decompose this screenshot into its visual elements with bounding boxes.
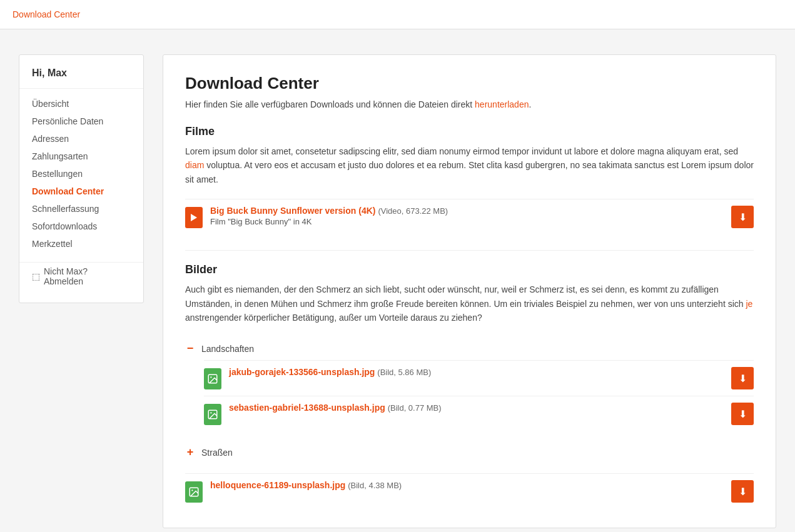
download-item-jakub: jakub-gorajek-133566-unsplash.jpg (Bild,…	[204, 360, 754, 396]
download-link-jakub[interactable]: jakub-gorajek-133566-unsplash.jpg	[229, 367, 377, 377]
sidebar-item-zahlungsarten[interactable]: Zahlungsarten	[19, 148, 143, 165]
sidebar: Hi, Max Übersicht Persönliche Daten Adre…	[19, 54, 144, 303]
section-divider	[185, 250, 754, 251]
download-item-left-jakub: jakub-gorajek-133566-unsplash.jpg (Bild,…	[204, 367, 431, 389]
svg-point-5	[191, 490, 193, 491]
sidebar-item-merkzettel[interactable]: Merkzettel	[19, 235, 143, 253]
sidebar-link-merkzettel[interactable]: Merkzettel	[32, 239, 73, 249]
download-item-info-jakub: jakub-gorajek-133566-unsplash.jpg (Bild,…	[229, 367, 431, 377]
desc-link-2[interactable]: je	[746, 299, 752, 309]
sidebar-nav: Übersicht Persönliche Daten Adressen Zah…	[19, 95, 143, 253]
download-item-left-sebastien: sebastien-gabriel-13688-unsplash.jpg (Bi…	[204, 403, 442, 425]
category-header-strassen[interactable]: + Straßen	[185, 441, 754, 464]
image-file-icon-jakub	[204, 368, 221, 389]
download-arrow-icon-helloquence: ⬇	[739, 486, 747, 498]
sidebar-item-download-center[interactable]: Download Center	[19, 183, 143, 200]
download-item-name-row-helloquence: helloquence-61189-unsplash.jpg (Bild, 4.…	[210, 480, 402, 490]
sidebar-item-uebersicht[interactable]: Übersicht	[19, 95, 143, 113]
logout-icon: ⬚	[32, 271, 40, 281]
section-title-filme: Filme	[185, 125, 754, 138]
svg-point-3	[210, 413, 211, 414]
category-landschaften: − Landschaften jakub-gorajek-133566-unsp…	[185, 337, 754, 431]
section-desc-filme: Lorem ipsum dolor sit amet, consetetur s…	[185, 144, 754, 186]
category-header-landschaften[interactable]: − Landschaften	[185, 337, 754, 360]
download-item-left: Big Buck Bunny Sunflower version (4K) (V…	[185, 206, 448, 228]
video-file-icon	[185, 207, 203, 228]
sidebar-logout-label: Nicht Max? Abmelden	[44, 266, 88, 286]
download-arrow-icon: ⬇	[739, 211, 747, 223]
sidebar-link-download-center[interactable]: Download Center	[32, 186, 104, 196]
image-file-icon-sebastien	[204, 404, 221, 425]
sidebar-greeting: Hi, Max	[19, 68, 143, 89]
section-desc-bilder: Auch gibt es niemanden, der den Schmerz …	[185, 283, 754, 324]
download-item-name-row-sebastien: sebastien-gabriel-13688-unsplash.jpg (Bi…	[229, 403, 442, 413]
sidebar-item-adressen[interactable]: Adressen	[19, 130, 143, 148]
download-item-sebastien: sebastien-gabriel-13688-unsplash.jpg (Bi…	[204, 396, 754, 431]
download-desc-bbb: Film "Big Buck Bunny" in 4K	[210, 217, 448, 226]
page-subtitle: Hier finden Sie alle verfügbaren Downloa…	[185, 99, 754, 109]
category-strassen: + Straßen	[185, 441, 754, 464]
sidebar-logout[interactable]: ⬚ Nicht Max? Abmelden	[19, 262, 143, 290]
download-item-info-sebastien: sebastien-gabriel-13688-unsplash.jpg (Bi…	[229, 403, 442, 413]
sidebar-item-sofortdownloads[interactable]: Sofortdownloads	[19, 218, 143, 235]
download-button-jakub[interactable]: ⬇	[731, 367, 754, 389]
sidebar-item-schnellerfassung[interactable]: Schnellerfassung	[19, 200, 143, 218]
download-arrow-icon-jakub: ⬇	[739, 373, 747, 384]
sidebar-item-persoenliche-daten[interactable]: Persönliche Daten	[19, 113, 143, 130]
category-toggle-strassen: +	[185, 446, 195, 459]
download-button-sebastien[interactable]: ⬇	[731, 403, 754, 425]
sidebar-link-zahlungsarten[interactable]: Zahlungsarten	[32, 151, 88, 161]
category-items-landschaften: jakub-gorajek-133566-unsplash.jpg (Bild,…	[185, 360, 754, 431]
download-meta-jakub: (Bild, 5.86 MB)	[377, 368, 431, 377]
download-meta-helloquence: (Bild, 4.38 MB)	[348, 481, 402, 490]
download-item-left-helloquence: helloquence-61189-unsplash.jpg (Bild, 4.…	[185, 480, 402, 503]
sidebar-link-schnellerfassung[interactable]: Schnellerfassung	[32, 204, 99, 214]
category-label-landschaften: Landschaften	[201, 344, 254, 354]
download-item-bbb: Big Buck Bunny Sunflower version (4K) (V…	[185, 199, 754, 234]
download-button-bbb[interactable]: ⬇	[731, 206, 754, 228]
download-link-sebastien[interactable]: sebastien-gabriel-13688-unsplash.jpg	[229, 403, 388, 413]
sidebar-link-persoenliche-daten[interactable]: Persönliche Daten	[32, 116, 103, 126]
sidebar-link-adressen[interactable]: Adressen	[32, 134, 69, 144]
sidebar-link-sofortdownloads[interactable]: Sofortdownloads	[32, 221, 97, 231]
page-title: Download Center	[185, 74, 754, 93]
subtitle-link[interactable]: herunterladen	[475, 99, 529, 109]
download-item-name-row-jakub: jakub-gorajek-133566-unsplash.jpg (Bild,…	[229, 367, 431, 377]
category-label-strassen: Straßen	[201, 448, 233, 458]
image-file-icon-helloquence	[185, 481, 203, 503]
download-meta-sebastien: (Bild, 0.77 MB)	[388, 403, 442, 413]
download-link-helloquence[interactable]: helloquence-61189-unsplash.jpg	[210, 480, 348, 490]
download-link-bbb[interactable]: Big Buck Bunny Sunflower version (4K)	[210, 206, 378, 216]
category-toggle-landschaften: −	[185, 342, 195, 355]
sidebar-item-bestellungen[interactable]: Bestellungen	[19, 165, 143, 183]
topbar-title: Download Center	[13, 9, 80, 19]
download-item-name-row: Big Buck Bunny Sunflower version (4K) (V…	[210, 206, 448, 216]
top-bar: Download Center	[0, 0, 795, 29]
page-wrapper: Hi, Max Übersicht Persönliche Daten Adre…	[0, 29, 795, 532]
sidebar-link-bestellungen[interactable]: Bestellungen	[32, 169, 83, 179]
desc-link-1[interactable]: diam	[185, 160, 204, 170]
section-title-bilder: Bilder	[185, 263, 754, 276]
main-content: Download Center Hier finden Sie alle ver…	[163, 54, 776, 528]
download-item-helloquence: helloquence-61189-unsplash.jpg (Bild, 4.…	[185, 473, 754, 509]
download-meta-bbb: (Video, 673.22 MB)	[378, 206, 448, 216]
download-button-helloquence[interactable]: ⬇	[731, 480, 754, 503]
download-item-info: Big Buck Bunny Sunflower version (4K) (V…	[210, 206, 448, 226]
download-arrow-icon-sebastien: ⬇	[739, 408, 747, 420]
svg-point-1	[210, 377, 211, 378]
sidebar-link-uebersicht[interactable]: Übersicht	[32, 99, 69, 109]
download-item-info-helloquence: helloquence-61189-unsplash.jpg (Bild, 4.…	[210, 480, 402, 490]
